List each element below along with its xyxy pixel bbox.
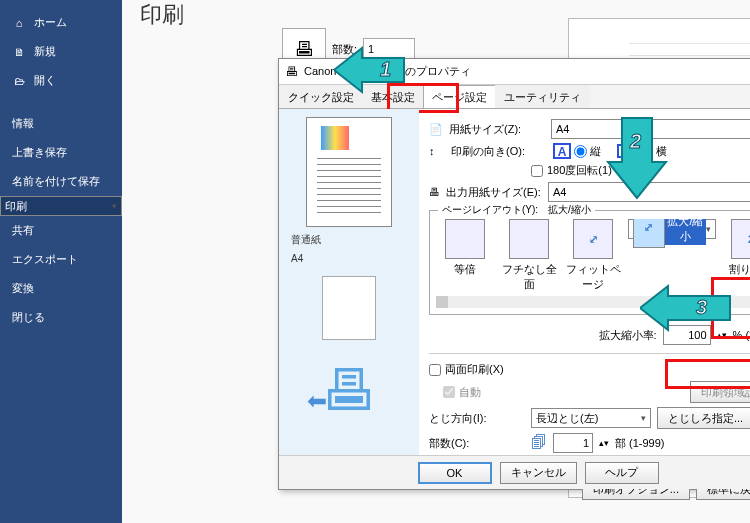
copies-input[interactable] [363, 38, 415, 60]
duplex-label: 両面印刷(X) [445, 362, 504, 377]
folder-icon: 🗁 [12, 75, 26, 87]
tab-page[interactable]: ページ設定 [423, 85, 496, 108]
layout-group: ページレイアウト(Y): 拡大/縮小 等倍 フチなし全面 ⤢フィットページ ⤢拡… [429, 210, 750, 315]
auto-checkbox [443, 386, 455, 398]
duplex-checkbox[interactable] [429, 364, 441, 376]
layout-legend: ページレイアウト(Y): 拡大/縮小 [438, 203, 595, 217]
printer-properties-dialog: 🖶 Canon TR703 seriesのプロパティ クイック設定 基本設定 ペ… [278, 58, 750, 490]
preview-panel: 普通紙 A4 🖶 [279, 109, 419, 455]
layout-label: 拡大/縮小 [665, 219, 706, 245]
cancel-button[interactable]: キャンセル [500, 462, 577, 484]
ratio-input[interactable] [663, 325, 711, 345]
layout-scrollbar[interactable] [436, 296, 750, 308]
landscape-icon: A [617, 144, 637, 158]
spinner-icon[interactable]: ▴▾ [599, 438, 609, 448]
layout-label: 等倍 [436, 262, 494, 277]
sidebar-item-close[interactable]: 閉じる [0, 303, 122, 332]
copies-label: 部数: [332, 42, 357, 57]
sidebar: ⌂ホーム 🗎新規 🗁開く 情報 上書き保存 名前を付けて保存 印刷 共有 エクス… [0, 0, 122, 523]
sidebar-label: 印刷 [5, 199, 27, 214]
sidebar-item-share[interactable]: 共有 [0, 216, 122, 245]
layout-label: 割り付け [722, 262, 750, 277]
layout-poster-icon: 2 [731, 219, 750, 259]
help-button[interactable]: ヘルプ [585, 462, 659, 484]
copies-icon: 🗐 [531, 434, 547, 452]
layout-label: フィットページ [564, 262, 622, 292]
tab-basic[interactable]: 基本設定 [362, 85, 424, 108]
sidebar-label: エクスポート [12, 252, 78, 267]
layout-label: フチなし全面 [500, 262, 558, 292]
sidebar-item-print[interactable]: 印刷 [0, 196, 122, 216]
sidebar-label: 新規 [34, 44, 56, 59]
dialog-footer: OK キャンセル ヘルプ [279, 455, 750, 489]
sidebar-label: 共有 [12, 223, 34, 238]
output-size-select[interactable]: A4 [548, 182, 750, 202]
ratio-range: % (20-400) [733, 329, 750, 341]
copies-range: 部 (1-999) [615, 436, 665, 451]
sidebar-item-new[interactable]: 🗎新規 [0, 37, 122, 66]
copies-c-label: 部数(C): [429, 436, 525, 451]
layout-fit[interactable]: ⤢フィットページ [564, 219, 622, 292]
app-area: 印刷 🖶 部数: 🖶 Canon TR703 seriesのプロパティ クイック… [122, 0, 750, 523]
output-size-label: 出力用紙サイズ(E): [446, 185, 542, 200]
layout-normal[interactable]: 等倍 [436, 219, 494, 292]
sidebar-item-convert[interactable]: 変換 [0, 274, 122, 303]
sidebar-item-home[interactable]: ⌂ホーム [0, 8, 122, 37]
tab-quick[interactable]: クイック設定 [279, 85, 363, 108]
home-icon: ⌂ [12, 17, 26, 29]
sidebar-label: 変換 [12, 281, 34, 296]
spinner-icon[interactable]: ▴▾ [717, 330, 727, 340]
tab-utility[interactable]: ユーティリティ [495, 85, 590, 108]
paper-size-label: 用紙サイズ(Z): [449, 122, 545, 137]
sidebar-label: 情報 [12, 116, 34, 131]
sidebar-item-info[interactable]: 情報 [0, 109, 122, 138]
orientation-label: 印刷の向き(O): [451, 144, 547, 159]
paper-size-value: A4 [556, 123, 569, 135]
sidebar-label: 上書き保存 [12, 145, 67, 160]
output-size-icon: 🖶 [429, 186, 440, 198]
duplex-check[interactable]: 両面印刷(X) [429, 362, 504, 377]
sidebar-label: 名前を付けて保存 [12, 174, 100, 189]
sidebar-item-saveas[interactable]: 名前を付けて保存 [0, 167, 122, 196]
printer-icon: 🖶 [285, 64, 298, 79]
ok-button[interactable]: OK [418, 462, 492, 484]
preview-printer-icon: 🖶 [321, 358, 377, 423]
sidebar-label: 閉じる [12, 310, 45, 325]
rotate180-label: 180度回転(1) [547, 163, 612, 178]
layout-normal-icon [445, 219, 485, 259]
layout-scale[interactable]: ⤢拡大/縮小 [628, 219, 716, 239]
binding-select[interactable]: 長辺とじ(左) [531, 408, 651, 428]
layout-borderless[interactable]: フチなし全面 [500, 219, 558, 292]
preview-paper-type: 普通紙 [285, 233, 413, 247]
rotate180-check[interactable]: 180度回転(1) [531, 163, 612, 178]
layout-poster[interactable]: 2割り付け [722, 219, 750, 292]
dialog-body: 普通紙 A4 🖶 📄 用紙サイズ(Z): A4 ↕ 印刷の向き(O): A縦 A… [279, 109, 750, 455]
sidebar-item-open[interactable]: 🗁開く [0, 66, 122, 95]
tab-strip: クイック設定 基本設定 ページ設定 ユーティリティ [279, 85, 750, 109]
print-area-button: 印刷領域設定... [690, 381, 750, 403]
copies-c-input[interactable] [553, 433, 593, 453]
sidebar-item-export[interactable]: エクスポート [0, 245, 122, 274]
auto-check: 自動 [443, 385, 481, 400]
orientation-landscape-label: 横 [656, 144, 667, 159]
paper-size-icon: 📄 [429, 123, 443, 136]
binding-margin-button[interactable]: とじしろ指定... [657, 407, 750, 429]
sidebar-item-save[interactable]: 上書き保存 [0, 138, 122, 167]
auto-label: 自動 [459, 385, 481, 400]
paper-size-select[interactable]: A4 [551, 119, 750, 139]
orientation-landscape[interactable]: A横 [617, 144, 667, 159]
portrait-icon: A [553, 143, 571, 159]
rotate180-checkbox[interactable] [531, 165, 543, 177]
binding-label: とじ方向(I): [429, 411, 525, 426]
preview-page-icon [306, 117, 392, 227]
radio-landscape[interactable] [640, 145, 653, 158]
orientation-portrait-label: 縦 [590, 144, 601, 159]
radio-portrait[interactable] [574, 145, 587, 158]
layout-scale-icon: ⤢ [633, 219, 665, 248]
preview-thumb [322, 276, 376, 340]
dialog-titlebar: 🖶 Canon TR703 seriesのプロパティ [279, 59, 750, 85]
orientation-icon: ↕ [429, 145, 445, 157]
layout-borderless-icon [509, 219, 549, 259]
settings-panel: 📄 用紙サイズ(Z): A4 ↕ 印刷の向き(O): A縦 A横 180度回転(… [419, 109, 750, 455]
orientation-portrait[interactable]: A縦 [553, 143, 601, 159]
